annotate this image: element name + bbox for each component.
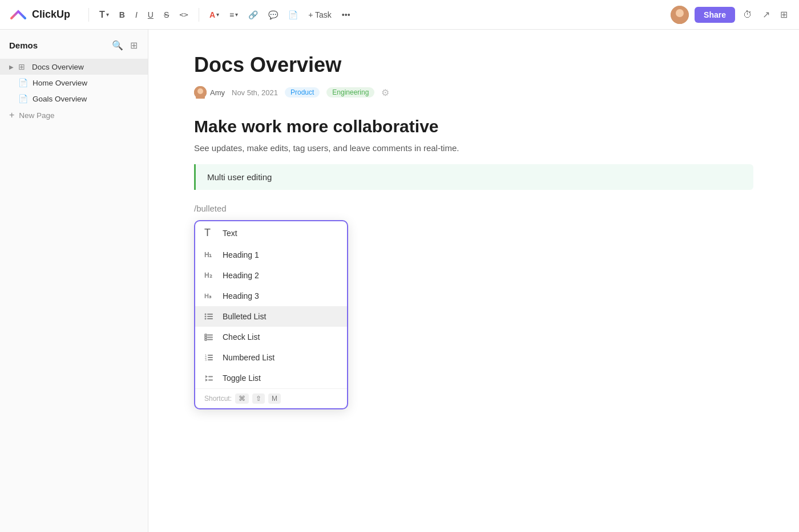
svg-rect-13 xyxy=(207,335,213,336)
toolbar-divider-1 xyxy=(88,8,89,22)
svg-rect-9 xyxy=(207,316,213,317)
svg-marker-24 xyxy=(205,375,208,378)
dropdown-item-heading1[interactable]: H₁ Heading 1 xyxy=(195,245,347,265)
doc-meta: Amy Nov 5th, 2021 Product Engineering ⚙ xyxy=(194,86,753,99)
underline-button[interactable]: U xyxy=(144,8,157,22)
dropdown-item-numbered-list[interactable]: 1. 2. 3. Numbered List xyxy=(195,347,347,368)
check-list-icon xyxy=(204,332,216,342)
author-avatar-icon xyxy=(194,86,207,99)
doc-author: Amy xyxy=(194,86,225,99)
text-format-dropdown[interactable]: T ▾ xyxy=(96,7,112,22)
slash-command[interactable]: /bulleted xyxy=(194,204,753,213)
svg-rect-23 xyxy=(208,359,213,360)
plus-icon: + xyxy=(9,110,14,120)
svg-rect-19 xyxy=(208,355,213,356)
item-label: Toggle List xyxy=(223,373,261,383)
heading3-icon: H₃ xyxy=(204,293,216,300)
author-avatar xyxy=(194,86,207,99)
strikethrough-button[interactable]: S xyxy=(160,8,172,22)
code-button[interactable]: <> xyxy=(176,8,192,21)
avatar[interactable] xyxy=(671,6,689,24)
expand-arrow-icon: ▶ xyxy=(9,64,14,70)
blockquote: Multi user editing xyxy=(194,164,753,190)
svg-rect-25 xyxy=(208,376,213,377)
shortcut-key-m: M xyxy=(268,393,281,404)
shortcut-key-cmd: ⌘ xyxy=(235,393,249,404)
link-button[interactable]: 🔗 xyxy=(245,8,261,22)
svg-rect-27 xyxy=(208,380,213,381)
item-label: Heading 2 xyxy=(223,271,259,280)
app-name: ClickUp xyxy=(32,9,70,21)
color-button[interactable]: A ▾ xyxy=(206,8,223,22)
svg-point-6 xyxy=(205,314,207,315)
sidebar-item-goals-overview[interactable]: 📄 Goals Overview xyxy=(0,91,148,107)
blockquote-text: Multi user editing xyxy=(207,172,272,182)
item-label: Bulleted List xyxy=(223,312,266,321)
export-button[interactable]: ↗ xyxy=(760,7,772,22)
svg-rect-12 xyxy=(205,334,207,336)
italic-button[interactable]: I xyxy=(132,8,141,22)
sidebar-title: Demos xyxy=(9,40,38,50)
doc-date: Nov 5th, 2021 xyxy=(232,88,278,97)
add-new-page-button[interactable]: + New Page xyxy=(0,107,148,124)
user-avatar-icon xyxy=(671,6,689,24)
add-page-label: New Page xyxy=(19,111,54,120)
settings-icon[interactable]: ⚙ xyxy=(381,87,389,98)
sidebar-collapse-button[interactable]: ⊞ xyxy=(129,39,139,52)
sidebar-item-label: Home Overview xyxy=(33,79,87,87)
sidebar-search-button[interactable]: 🔍 xyxy=(111,39,124,52)
svg-point-1 xyxy=(676,9,684,17)
grid-icon: ⊞ xyxy=(18,62,27,71)
tag-product[interactable]: Product xyxy=(285,87,320,98)
add-task-button[interactable]: + Task xyxy=(305,8,335,22)
content-area: Docs Overview Amy Nov 5th, 2021 Product … xyxy=(148,30,799,532)
doc-button[interactable]: 📄 xyxy=(285,8,301,22)
svg-point-10 xyxy=(205,318,207,320)
svg-text:3.: 3. xyxy=(205,358,207,362)
sidebar-header: Demos 🔍 ⊞ xyxy=(0,39,148,59)
more-options-button[interactable]: ••• xyxy=(338,8,354,22)
item-label: Text xyxy=(223,229,237,238)
svg-rect-21 xyxy=(208,357,213,358)
dropdown-item-text[interactable]: T Text xyxy=(195,221,347,245)
history-button[interactable]: ⏱ xyxy=(741,7,754,22)
item-label: Numbered List xyxy=(223,353,275,362)
svg-rect-17 xyxy=(207,339,213,340)
logo[interactable]: ClickUp xyxy=(9,6,70,24)
dropdown-shortcut-footer: Shortcut: ⌘ ⇧ M xyxy=(195,388,347,408)
svg-point-4 xyxy=(197,88,203,94)
dropdown-item-heading3[interactable]: H₃ Heading 3 xyxy=(195,286,347,306)
sidebar-item-home-overview[interactable]: 📄 Home Overview xyxy=(0,75,148,91)
dropdown-item-toggle-list[interactable]: Toggle List xyxy=(195,368,347,388)
doc-subtitle: See updates, make edits, tag users, and … xyxy=(194,143,753,153)
item-label: Heading 3 xyxy=(223,291,259,300)
toolbar-divider-2 xyxy=(199,8,199,22)
toggle-list-icon xyxy=(204,373,216,383)
dropdown-item-heading2[interactable]: H₂ Heading 2 xyxy=(195,265,347,286)
align-button[interactable]: ≡ ▾ xyxy=(226,8,241,22)
svg-marker-26 xyxy=(205,379,208,381)
sidebar: Demos 🔍 ⊞ ▶ ⊞ Docs Overview 📄 Home Overv… xyxy=(0,30,148,532)
shortcut-key-shift: ⇧ xyxy=(252,393,265,404)
numbered-list-icon: 1. 2. 3. xyxy=(204,353,216,362)
svg-rect-7 xyxy=(207,314,213,315)
sidebar-item-docs-overview[interactable]: ▶ ⊞ Docs Overview xyxy=(0,59,148,75)
sidebar-item-label: Goals Overview xyxy=(33,95,87,103)
layout-button[interactable]: ⊞ xyxy=(778,7,790,22)
bold-button[interactable]: B xyxy=(116,8,128,22)
dropdown-item-bulleted-list[interactable]: Bulleted List xyxy=(195,306,347,327)
sidebar-controls: 🔍 ⊞ xyxy=(111,39,139,52)
clickup-logo-icon xyxy=(9,6,27,24)
share-button[interactable]: Share xyxy=(695,7,735,23)
dropdown-item-check-list[interactable]: Check List xyxy=(195,327,347,347)
page-icon-2: 📄 xyxy=(18,94,28,103)
heading2-icon: H₂ xyxy=(204,271,216,279)
comment-button[interactable]: 💬 xyxy=(265,8,281,22)
shortcut-label: Shortcut: xyxy=(204,395,232,403)
bulleted-list-icon xyxy=(204,312,216,321)
author-name: Amy xyxy=(210,88,225,97)
svg-rect-11 xyxy=(207,318,213,319)
tag-engineering[interactable]: Engineering xyxy=(326,87,374,98)
doc-title: Docs Overview xyxy=(194,52,753,77)
sidebar-item-label: Docs Overview xyxy=(32,63,84,71)
